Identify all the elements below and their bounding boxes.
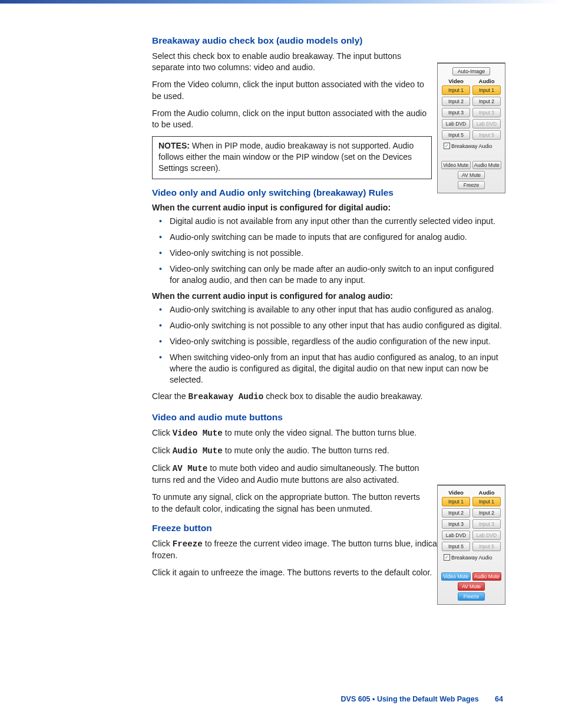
audio-input-5-button[interactable]: Input 5 — [472, 130, 501, 140]
audio-mute-mono: Audio Mute — [173, 446, 223, 456]
audio-input-2-button[interactable]: Input 2 — [472, 508, 501, 518]
audio-input-4-button[interactable]: Lab DVD — [472, 119, 501, 129]
list-item: Audio-only switching can be made to inpu… — [170, 232, 503, 243]
section1-title: Breakaway audio check box (audio models … — [152, 35, 503, 46]
video-column-head: Video — [442, 489, 470, 496]
list-item: Video-only switching is possible, regard… — [170, 336, 503, 347]
auto-image-button[interactable]: Auto-Image — [452, 67, 490, 75]
video-input-4-button[interactable]: Lab DVD — [442, 119, 470, 129]
clear-para: Clear the Breakaway Audio check box to d… — [152, 391, 503, 403]
video-mute-button-active[interactable]: Video Mute — [441, 572, 471, 581]
section3-p2: Click Audio Mute to mute only the audio.… — [152, 445, 423, 457]
video-column-head: Video — [442, 78, 470, 84]
section3-p4: To unmute any signal, click on the appro… — [152, 492, 423, 514]
audio-input-1-button[interactable]: Input 1 — [472, 497, 501, 506]
section3-p1: Click Video Mute to mute only the video … — [152, 427, 423, 439]
video-input-1-button[interactable]: Input 1 — [442, 497, 470, 506]
section1-p1: Select this check box to enable audio br… — [152, 51, 432, 73]
video-input-2-button[interactable]: Input 2 — [442, 508, 470, 518]
av-mute-button-active[interactable]: AV Mute — [458, 582, 485, 591]
page-footer: DVS 605 • Using the Default Web Pages 64 — [341, 695, 503, 703]
notes-body: When in PIP mode, audio breakaway is not… — [158, 141, 414, 173]
audio-input-2-button[interactable]: Input 2 — [472, 97, 501, 106]
video-mute-button[interactable]: Video Mute — [441, 161, 471, 169]
av-mute-button[interactable]: AV Mute — [458, 171, 485, 179]
input-panel-screenshot-2: Video Input 1 Input 2 Input 3 Lab DVD In… — [437, 485, 505, 605]
audio-input-4-button[interactable]: Lab DVD — [472, 531, 501, 540]
audio-column-head: Audio — [472, 489, 501, 496]
section1-p2: From the Video column, click the input b… — [152, 79, 432, 101]
digital-list: Digital audio is not available from any … — [152, 216, 503, 286]
video-input-5-button[interactable]: Input 5 — [442, 130, 470, 140]
audio-input-3-button[interactable]: Input 3 — [472, 519, 501, 529]
audio-input-3-button[interactable]: Input 3 — [472, 108, 501, 117]
breakaway-audio-mono: Breakaway Audio — [189, 392, 264, 401]
audio-column-head: Audio — [472, 78, 501, 84]
audio-input-1-button[interactable]: Input 1 — [472, 85, 501, 95]
video-input-2-button[interactable]: Input 2 — [442, 97, 470, 106]
check-icon: ✓ — [444, 143, 450, 149]
av-mute-mono: AV Mute — [173, 464, 208, 473]
page-number: 64 — [495, 695, 503, 703]
section1-p3: From the Audio column, click on the inpu… — [152, 108, 432, 130]
clear-post: check box to disable the audio breakaway… — [263, 391, 422, 401]
freeze-button-active[interactable]: Freeze — [458, 592, 485, 601]
list-item: Audio-only switching is not possible to … — [170, 320, 503, 331]
notes-box: NOTES: When in PIP mode, audio breakaway… — [152, 136, 432, 179]
freeze-mono: Freeze — [173, 539, 203, 549]
breakaway-audio-checkbox[interactable]: ✓ Breakaway Audio — [444, 554, 501, 561]
analog-list: Audio-only switching is available to any… — [152, 304, 503, 386]
video-input-4-button[interactable]: Lab DVD — [442, 531, 470, 540]
video-input-1-button[interactable]: Input 1 — [442, 85, 470, 95]
section2-sub2: When the current audio input is configur… — [152, 291, 503, 301]
audio-mute-button-active[interactable]: Audio Mute — [472, 572, 502, 581]
list-item: When switching video-only from an input … — [170, 352, 503, 386]
footer-text: DVS 605 • Using the Default Web Pages — [341, 695, 479, 703]
clear-pre: Clear the — [152, 391, 189, 401]
input-panel-screenshot-1: Auto-Image Video Input 1 Input 2 Input 3… — [437, 62, 505, 193]
freeze-button[interactable]: Freeze — [458, 181, 485, 189]
section2-sub1: When the current audio input is configur… — [152, 203, 503, 212]
breakaway-audio-checkbox[interactable]: ✓ Breakaway Audio — [444, 143, 501, 149]
video-mute-mono: Video Mute — [173, 429, 223, 438]
section3-title: Video and audio mute buttons — [152, 412, 503, 423]
list-item: Digital audio is not available from any … — [170, 216, 503, 227]
video-input-5-button[interactable]: Input 5 — [442, 542, 470, 551]
check-icon: ✓ — [444, 554, 450, 561]
audio-mute-button[interactable]: Audio Mute — [472, 161, 502, 169]
video-input-3-button[interactable]: Input 3 — [442, 108, 470, 117]
section3-p3: Click AV Mute to mute both video and aud… — [152, 463, 423, 486]
audio-input-5-button[interactable]: Input 5 — [472, 542, 501, 551]
list-item: Video-only switching is not possible. — [170, 248, 503, 259]
list-item: Video-only switching can only be made af… — [170, 263, 503, 286]
notes-label: NOTES: — [158, 141, 190, 150]
list-item: Audio-only switching is available to any… — [170, 304, 503, 315]
video-input-3-button[interactable]: Input 3 — [442, 519, 470, 529]
top-accent-bar — [0, 0, 562, 4]
